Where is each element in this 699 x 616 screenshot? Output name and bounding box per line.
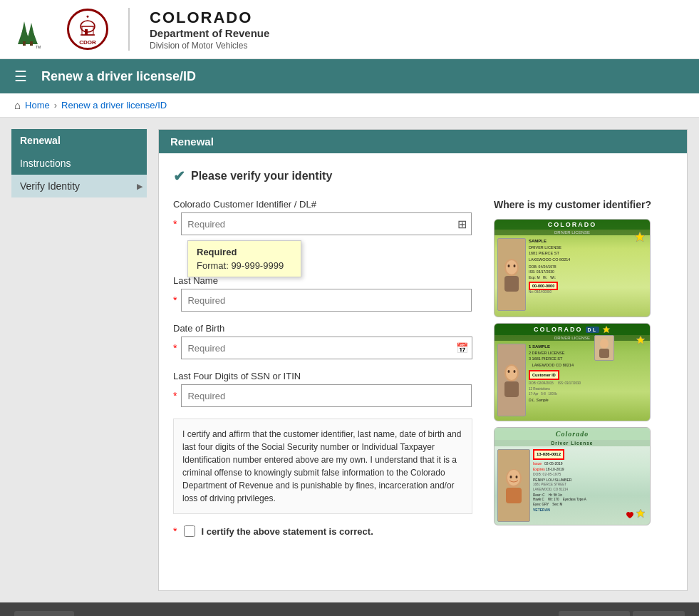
idc3-star: [636, 508, 646, 519]
idc1-header: COLORADO: [495, 220, 650, 230]
idc1-subheader: DRIVER LICENSE: [495, 230, 650, 235]
breadcrumb-separator: ›: [54, 100, 57, 111]
svg-point-16: [514, 265, 516, 267]
customer-id-label: Colorado Customer Identifier / DL#: [173, 199, 472, 210]
verify-header: ✔ Please verify your identity: [173, 168, 673, 185]
cert-checkbox-row: * I certify the above statement is corre…: [173, 525, 472, 537]
cdor-logo: ● CDOR: [67, 9, 108, 50]
next-button[interactable]: Next ›: [633, 611, 685, 616]
verify-title: Please verify your identity: [191, 170, 332, 183]
idc3-header: Colorado: [495, 428, 650, 440]
menu-icon[interactable]: ☰: [14, 68, 27, 85]
calendar-icon-dob[interactable]: 📅: [456, 342, 468, 354]
svg-point-30: [510, 476, 512, 478]
dob-label: Date of Birth: [173, 323, 472, 334]
svg-marker-32: [636, 509, 645, 518]
breadcrumb-current: Renew a driver license/ID: [61, 100, 167, 111]
breadcrumb: ⌂ Home › Renew a driver license/ID: [0, 93, 699, 118]
logo-area: TM ● CDOR COLORADO Department of Revenue…: [14, 7, 269, 51]
idc1-photo: [497, 238, 526, 311]
idc2-header: COLORADO DL: [495, 324, 650, 335]
idc2-subheader: DRIVER LICENSE: [495, 335, 650, 341]
customer-id-input[interactable]: [181, 212, 472, 235]
idc3-photo: [497, 449, 530, 522]
idc1-star: [634, 231, 646, 243]
main-content: Renewal Instructions Verify Identity Ren…: [0, 118, 699, 602]
dept-name: Department of Revenue: [150, 27, 269, 39]
last-name-input[interactable]: [181, 289, 472, 312]
svg-point-15: [508, 265, 510, 267]
form-section: Colorado Customer Identifier / DL# * ⊞ R…: [173, 199, 673, 537]
tooltip-format: Format: 99-999-9999: [197, 260, 292, 271]
required-star-lastname: *: [173, 294, 177, 306]
cert-text: I certify and affirm that the customer i…: [173, 419, 472, 514]
svg-point-24: [600, 339, 609, 349]
svg-marker-18: [603, 326, 610, 333]
svg-rect-5: [30, 41, 33, 46]
idc2-body: 1 SAMPLE 2 DRIVER LICENSE 3 1681 PIERCE …: [495, 341, 650, 419]
form-right: Where is my customer identifier? COLORAD…: [494, 199, 673, 537]
ssn-input[interactable]: [181, 384, 472, 407]
ssn-field: Last Four Digits of SSN or ITIN *: [173, 371, 472, 407]
check-icon: ✔: [173, 168, 185, 185]
navbar-title: Renew a driver license/ID: [41, 69, 196, 84]
required-star-dob: *: [173, 342, 177, 354]
ssn-label: Last Four Digits of SSN or ITIN: [173, 371, 472, 381]
idc2-star: [636, 335, 646, 346]
svg-point-31: [516, 476, 518, 478]
header-divider: [128, 8, 130, 51]
content-panel: Renewal ✔ Please verify your identity Co…: [158, 129, 688, 591]
dob-input[interactable]: [181, 337, 472, 359]
last-name-field: Last Name *: [173, 275, 472, 312]
state-name: COLORADO: [150, 9, 269, 27]
idc3-body: 13-036-0012 Issue 02-05-2019 Expires 18-…: [495, 446, 650, 525]
content-header: Renewal: [159, 130, 687, 153]
sidebar-item-verify-identity[interactable]: Verify Identity: [11, 175, 147, 197]
tooltip-box: Required Format: 99-999-9999: [187, 240, 301, 277]
svg-point-14: [506, 260, 517, 274]
colorado-state-logo: TM: [14, 7, 58, 51]
form-left: Colorado Customer Identifier / DL# * ⊞ R…: [173, 199, 472, 537]
sidebar-header: Renewal: [11, 129, 147, 152]
header-text: COLORADO Department of Revenue Division …: [150, 9, 269, 51]
svg-rect-28: [506, 488, 522, 503]
svg-point-29: [507, 470, 520, 486]
idc2-small-photo: [594, 335, 614, 361]
svg-rect-20: [504, 381, 519, 397]
cancel-button[interactable]: Cancel: [14, 611, 74, 616]
footer: Cancel ‹ Previous Next ›: [0, 602, 699, 616]
idc2-info: 1 SAMPLE 2 DRIVER LICENSE 3 1681 PIERCE …: [529, 344, 647, 416]
customer-id-field: Colorado Customer Identifier / DL# * ⊞ R…: [173, 199, 472, 235]
id-card-wrapper: COLORADO DRIVER LICENSE: [494, 219, 673, 525]
required-star-checkbox: *: [173, 525, 177, 537]
breadcrumb-home[interactable]: Home: [25, 100, 50, 111]
navbar: ☰ Renew a driver license/ID: [0, 59, 699, 93]
svg-point-23: [514, 370, 516, 373]
idc1-body: SAMPLE DRIVER LICENSE 1681 PIERCE ST LAK…: [495, 235, 650, 314]
required-star-ssn: *: [173, 390, 177, 401]
previous-button[interactable]: ‹ Previous: [559, 611, 629, 616]
division-name: Division of Motor Vehicles: [150, 41, 247, 51]
id-card-2: COLORADO DL DRIVER LICENSE: [494, 323, 651, 421]
svg-marker-17: [635, 232, 645, 242]
id-card-3: Colorado Driver License: [494, 427, 651, 525]
identifier-title: Where is my customer identifier?: [494, 199, 673, 210]
svg-text:TM: TM: [36, 45, 41, 49]
svg-point-22: [508, 370, 510, 373]
cert-checkbox-label[interactable]: I certify the above statement is correct…: [201, 526, 373, 537]
required-star-customerid: *: [173, 218, 177, 230]
content-body: ✔ Please verify your identity Colorado C…: [159, 153, 687, 551]
svg-rect-25: [599, 349, 609, 358]
cert-checkbox[interactable]: [184, 525, 195, 537]
page-header: TM ● CDOR COLORADO Department of Revenue…: [0, 0, 699, 59]
svg-rect-10: [85, 29, 88, 35]
svg-rect-13: [504, 276, 519, 292]
svg-marker-26: [636, 336, 645, 344]
dob-field: Date of Birth * 📅: [173, 323, 472, 359]
footer-nav: ‹ Previous Next ›: [559, 611, 685, 616]
customer-id-input-wrapper: * ⊞: [173, 212, 472, 235]
id-card-1: COLORADO DRIVER LICENSE: [494, 219, 651, 317]
idc1-info: SAMPLE DRIVER LICENSE 1681 PIERCE ST LAK…: [529, 238, 647, 311]
sidebar-item-instructions[interactable]: Instructions: [11, 152, 147, 175]
sidebar: Renewal Instructions Verify Identity: [11, 129, 147, 591]
